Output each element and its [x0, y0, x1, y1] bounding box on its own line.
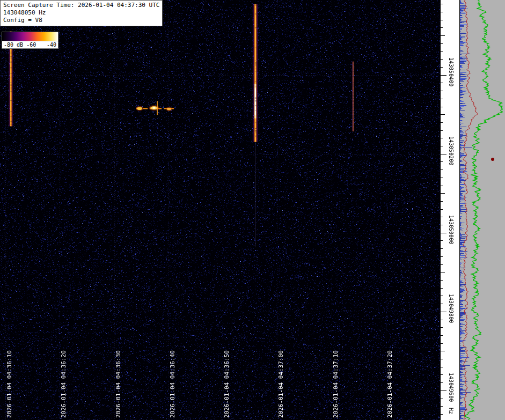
time-tick-label: 2026-01-04 04:37:20	[386, 350, 393, 418]
capture-info-box: Screen Capture Time: 2026-01-04 04:37:30…	[0, 0, 163, 26]
time-tick-label: 2026-01-04 04:36:50	[223, 350, 230, 418]
spectrogram-waterfall: 2026-01-04 04:36:102026-01-04 04:36:2020…	[0, 0, 440, 420]
time-tick-label: 2026-01-04 04:37:10	[332, 350, 339, 418]
freq-tick-label: 143050000	[448, 215, 454, 244]
colorbar-labels: -80 dB -60 -40	[2, 41, 58, 48]
freq-tick-label: 143049800	[448, 294, 454, 323]
capture-time-text: Screen Capture Time: 2026-01-04 04:37:30…	[3, 2, 159, 9]
spectrum-panel	[460, 0, 505, 420]
colorbar-label-left: -80 dB -60	[4, 41, 36, 48]
colorbar-gradient	[2, 32, 58, 41]
spectrum-canvas	[460, 0, 505, 420]
freq-tick-label: 143050400	[448, 57, 454, 86]
time-tick-label: 2026-01-04 04:36:10	[6, 350, 13, 418]
time-tick-label: 2026-01-04 04:36:40	[169, 350, 176, 418]
freq-unit-label: Hz	[448, 408, 454, 414]
freq-tick-label: 143049600	[448, 373, 454, 402]
colorbar-label-right: -40	[47, 41, 56, 48]
time-tick-label: 2026-01-04 04:36:30	[115, 350, 122, 418]
time-tick-label: 2026-01-04 04:36:20	[60, 350, 67, 418]
colorbar: -80 dB -60 -40	[2, 32, 58, 49]
config-text: Config = V8	[3, 17, 159, 24]
time-tick-label: 2026-01-04 04:37:00	[277, 350, 284, 418]
frequency-ruler: 1430504001430502001430500001430498001430…	[440, 0, 460, 420]
freq-tick-label: 143050200	[448, 136, 454, 165]
center-frequency-text: 143048050 Hz	[3, 9, 159, 17]
